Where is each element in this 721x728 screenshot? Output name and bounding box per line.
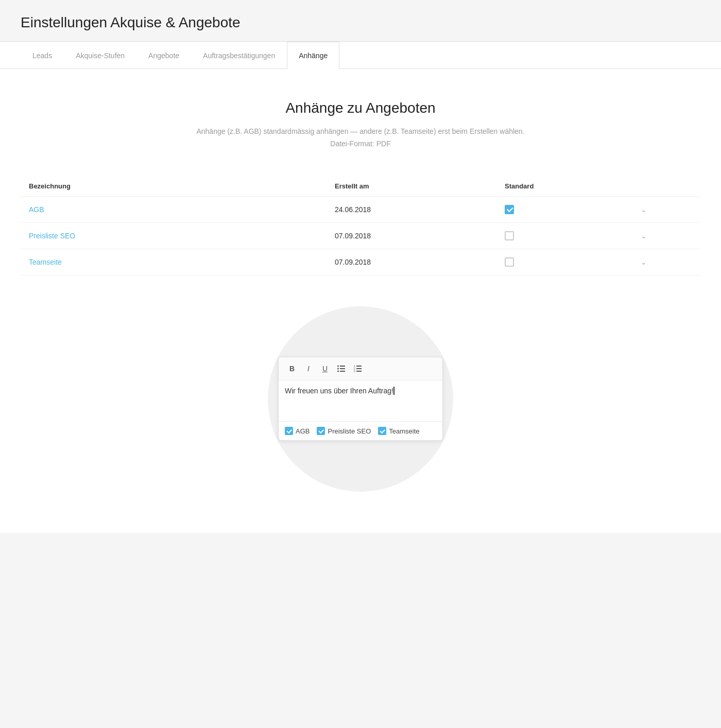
link-teamseite[interactable]: Teamseite xyxy=(29,258,62,266)
row-action-teamseite: ⌄ xyxy=(632,249,700,275)
tab-akquise-stufen[interactable]: Akquise-Stufen xyxy=(64,42,136,69)
editor-card: B I U xyxy=(278,357,443,441)
page-title: Einstellungen Akquise & Angebote xyxy=(21,14,700,31)
page-header: Einstellungen Akquise & Angebote xyxy=(0,0,721,42)
chevron-down-icon[interactable]: ⌄ xyxy=(641,205,647,214)
col-header-standard: Standard xyxy=(496,176,632,197)
table-row: Teamseite 07.09.2018 ⌄ xyxy=(21,249,700,275)
row-erstellt-preisliste: 07.09.2018 xyxy=(327,222,496,249)
svg-rect-8 xyxy=(356,371,362,372)
editor-content[interactable]: Wir freuen uns über Ihren Auftrag! xyxy=(279,380,442,422)
col-header-action xyxy=(632,176,700,197)
checkbox-standard-teamseite[interactable] xyxy=(505,257,514,267)
checkbox-standard-agb[interactable] xyxy=(505,205,514,214)
row-standard-agb xyxy=(496,196,632,222)
circle-background: B I U xyxy=(268,306,453,492)
section-subtitle-line1: Anhänge (z.B. AGB) standardmässig anhäng… xyxy=(21,126,700,138)
chevron-down-icon[interactable]: ⌄ xyxy=(641,232,647,240)
link-agb[interactable]: AGB xyxy=(29,205,44,214)
svg-text:3: 3 xyxy=(354,370,355,372)
toolbar-underline-button[interactable]: U xyxy=(318,361,332,376)
toolbar-bold-button[interactable]: B xyxy=(285,361,299,376)
row-bezeichnung-agb: AGB xyxy=(21,196,327,222)
table-row: Preisliste SEO 07.09.2018 ⌄ xyxy=(21,222,700,249)
row-erstellt-teamseite: 07.09.2018 xyxy=(327,249,496,275)
attachment-label-preisliste: Preisliste SEO xyxy=(328,427,371,435)
toolbar-unordered-list-button[interactable] xyxy=(334,361,349,376)
svg-point-4 xyxy=(337,368,339,370)
attachment-checkbox-teamseite[interactable] xyxy=(378,427,386,435)
col-header-bezeichnung: Bezeichnung xyxy=(21,176,327,197)
editor-text: Wir freuen uns über Ihren Auftrag! xyxy=(285,387,393,395)
col-header-erstellt: Erstellt am xyxy=(327,176,496,197)
svg-rect-1 xyxy=(340,368,345,369)
attachment-item-agb: AGB xyxy=(285,427,310,435)
tab-angebote[interactable]: Angebote xyxy=(136,42,191,69)
row-standard-preisliste xyxy=(496,222,632,249)
row-standard-teamseite xyxy=(496,249,632,275)
tab-anhaenge[interactable]: Anhänge xyxy=(287,42,339,69)
chevron-down-icon[interactable]: ⌄ xyxy=(641,258,647,266)
row-action-agb: ⌄ xyxy=(632,196,700,222)
toolbar-ordered-list-button[interactable]: 1 2 3 xyxy=(351,361,365,376)
svg-point-5 xyxy=(337,371,339,372)
link-preisliste-seo[interactable]: Preisliste SEO xyxy=(29,232,75,240)
table-row: AGB 24.06.2018 ⌄ xyxy=(21,196,700,222)
attachments-table: Bezeichnung Erstellt am Standard AGB 24.… xyxy=(21,176,700,275)
row-action-preisliste: ⌄ xyxy=(632,222,700,249)
attachment-label-teamseite: Teamseite xyxy=(389,427,419,435)
circle-overlay-section: B I U xyxy=(0,275,721,533)
table-wrapper: Bezeichnung Erstellt am Standard AGB 24.… xyxy=(0,166,721,275)
svg-point-3 xyxy=(337,366,339,367)
attachment-item-preisliste: Preisliste SEO xyxy=(317,427,371,435)
attachment-checkbox-agb[interactable] xyxy=(285,427,293,435)
toolbar-italic-button[interactable]: I xyxy=(301,361,316,376)
section-header: Anhänge zu Angeboten Anhänge (z.B. AGB) … xyxy=(0,69,721,166)
tab-auftragsbestatigungen[interactable]: Auftragsbestätigungen xyxy=(191,42,287,69)
main-content: Leads Akquise-Stufen Angebote Auftragsbe… xyxy=(0,42,721,533)
tabs-container: Leads Akquise-Stufen Angebote Auftragsbe… xyxy=(0,42,721,69)
row-bezeichnung-teamseite: Teamseite xyxy=(21,249,327,275)
svg-rect-7 xyxy=(356,368,362,369)
attachment-label-agb: AGB xyxy=(296,427,310,435)
svg-rect-2 xyxy=(340,371,345,372)
row-erstellt-agb: 24.06.2018 xyxy=(327,196,496,222)
section-title: Anhänge zu Angeboten xyxy=(21,100,700,116)
svg-rect-0 xyxy=(340,366,345,367)
row-bezeichnung-preisliste: Preisliste SEO xyxy=(21,222,327,249)
svg-rect-6 xyxy=(356,366,362,367)
text-cursor xyxy=(393,387,394,395)
table-header-row: Bezeichnung Erstellt am Standard xyxy=(21,176,700,197)
checkbox-standard-preisliste[interactable] xyxy=(505,231,514,240)
editor-toolbar: B I U xyxy=(279,357,442,380)
tab-leads[interactable]: Leads xyxy=(21,42,64,69)
attachment-item-teamseite: Teamseite xyxy=(378,427,419,435)
attachment-checkbox-preisliste[interactable] xyxy=(317,427,325,435)
section-subtitle-line2: Datei-Format: PDF xyxy=(21,138,700,150)
editor-attachments: AGB Preisliste SEO Teamseite xyxy=(279,422,442,440)
